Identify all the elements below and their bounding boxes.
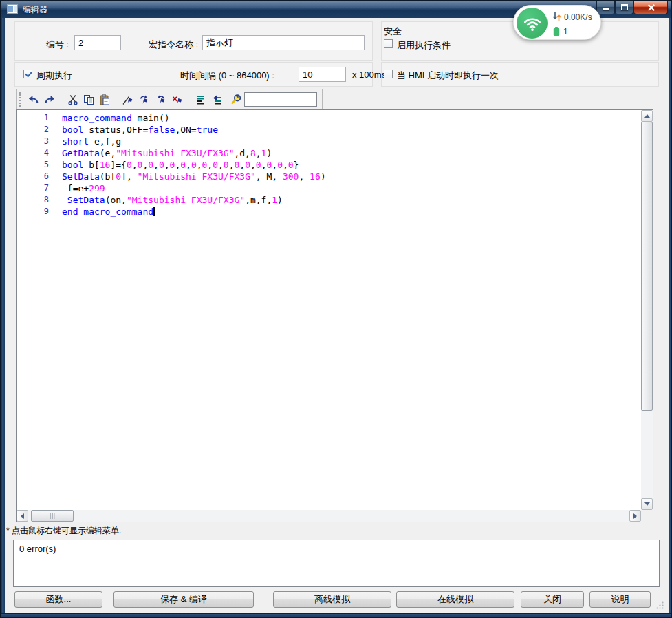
find-icon[interactable] [229, 92, 243, 107]
line-number: 9 [17, 206, 50, 217]
interval-label: 时间间隔 (0 ~ 864000) : [180, 70, 274, 82]
enable-condition-checkbox[interactable] [384, 39, 393, 48]
gutter-divider [56, 110, 56, 509]
bookmark-next-icon[interactable] [137, 92, 151, 107]
minimize-icon [603, 8, 609, 10]
enable-condition-label: 启用执行条件 [397, 39, 451, 52]
macro-name-input[interactable] [202, 35, 365, 50]
scroll-left-button[interactable] [17, 510, 28, 522]
code-line: 3short e,f,g [17, 136, 640, 147]
text-caret [153, 207, 155, 216]
line-number: 3 [17, 136, 50, 147]
error-count-text: 0 error(s) [19, 544, 56, 554]
minimize-button[interactable] [596, 1, 615, 14]
functions-button[interactable]: 函数... [14, 591, 102, 608]
code-line: 9end macro_command [17, 206, 640, 217]
security-label: 安全 [384, 25, 402, 38]
macro-editor-window: 编辑器 0.00K/s [0, 0, 672, 618]
code-editor: 1macro_command main()2bool status,OFF=fa… [16, 109, 653, 522]
interval-input[interactable] [299, 67, 346, 82]
scroll-down-button[interactable] [641, 498, 653, 510]
scroll-up-button[interactable] [641, 110, 653, 122]
macro-name-label: 宏指令名称 : [149, 39, 198, 51]
updown-arrows-icon [552, 12, 561, 22]
undo-icon[interactable] [26, 92, 41, 107]
network-speed-value: 0.00K/s [564, 12, 592, 22]
network-level-value: 1 [563, 27, 568, 36]
maximize-button[interactable] [615, 1, 633, 14]
scrollbar-corner [641, 510, 653, 522]
bookmark-clear-icon[interactable] [170, 92, 184, 107]
network-speed-widget[interactable]: 0.00K/s 1 [513, 5, 601, 40]
maximize-icon [621, 4, 628, 10]
interval-unit-label: x 100ms [352, 70, 386, 80]
bookmark-toggle-icon[interactable] [120, 92, 135, 107]
macro-id-label: 编号 : [46, 39, 69, 51]
line-number: 1 [17, 112, 50, 124]
compile-output-box[interactable]: 0 error(s) [13, 540, 660, 587]
arrow-left-icon [21, 513, 24, 519]
save-compile-button[interactable]: 保存 & 编译 [113, 591, 254, 608]
battery-icon [552, 26, 561, 36]
vertical-scroll-thumb[interactable] [641, 122, 653, 411]
macro-id-input[interactable] [74, 35, 121, 50]
cut-icon[interactable] [65, 92, 80, 107]
periodic-checkbox[interactable] [23, 70, 32, 78]
startup-checkbox[interactable] [384, 70, 393, 78]
code-line: 6SetData(b[0], "Mitsubishi FX3U/FX3G", M… [17, 171, 640, 182]
startup-label: 当 HMI 启动时即执行一次 [397, 70, 499, 82]
paste-icon[interactable] [97, 92, 111, 107]
toolbar-grip[interactable] [19, 92, 21, 107]
copy-icon[interactable] [81, 92, 96, 107]
editor-toolbar [16, 89, 323, 109]
outdent-icon[interactable] [209, 92, 224, 107]
status-note: * 点击鼠标右键可显示编辑菜单. [6, 525, 121, 537]
line-number: 5 [17, 159, 50, 171]
code-line: 2bool status,OFF=false,ON=true [17, 124, 640, 136]
code-line: 5bool b[16]={0,0,0,0,0,0,0,0,0,0,0,0,0,0… [17, 159, 640, 171]
redo-icon[interactable] [43, 92, 57, 107]
horizontal-scroll-thumb[interactable] [31, 510, 74, 522]
toolbar-search-input[interactable] [244, 92, 317, 107]
code-line: 7 f=e+299 [17, 182, 640, 194]
code-line: 8 SetData(on,"Mitsubishi FX3U/FX3G",m,f,… [17, 194, 640, 206]
window-frame-right [669, 18, 672, 613]
window-title: 编辑器 [23, 4, 47, 16]
bookmark-previous-icon[interactable] [153, 92, 168, 107]
help-button[interactable]: 说明 [589, 591, 651, 608]
window-icon [7, 4, 18, 14]
window-frame-left [1, 18, 5, 613]
horizontal-scrollbar [17, 510, 641, 522]
indent-icon[interactable] [193, 92, 207, 107]
vertical-scrollbar [641, 110, 653, 510]
scroll-right-button[interactable] [629, 510, 641, 522]
close-dialog-button[interactable]: 关闭 [521, 591, 584, 608]
window-frame-bottom [1, 613, 672, 618]
code-lines[interactable]: 1macro_command main()2bool status,OFF=fa… [17, 112, 640, 509]
arrow-up-icon [644, 114, 650, 118]
code-line: 1macro_command main() [17, 112, 640, 124]
periodic-label: 周期执行 [36, 70, 72, 82]
line-number: 8 [17, 194, 50, 206]
online-simulation-button[interactable]: 在线模拟 [396, 591, 514, 608]
offline-simulation-button[interactable]: 离线模拟 [273, 591, 391, 608]
wifi-icon [517, 8, 548, 39]
line-number: 4 [17, 147, 50, 159]
resize-grip[interactable] [655, 601, 664, 610]
arrow-down-icon [644, 502, 650, 506]
line-number: 7 [17, 182, 50, 194]
arrow-right-icon [633, 513, 637, 519]
code-line: 4GetData(e,"Mitsubishi FX3U/FX3G",d,8,1) [17, 147, 640, 159]
close-button[interactable] [633, 1, 668, 14]
line-number: 2 [17, 124, 50, 136]
line-number: 6 [17, 171, 50, 182]
